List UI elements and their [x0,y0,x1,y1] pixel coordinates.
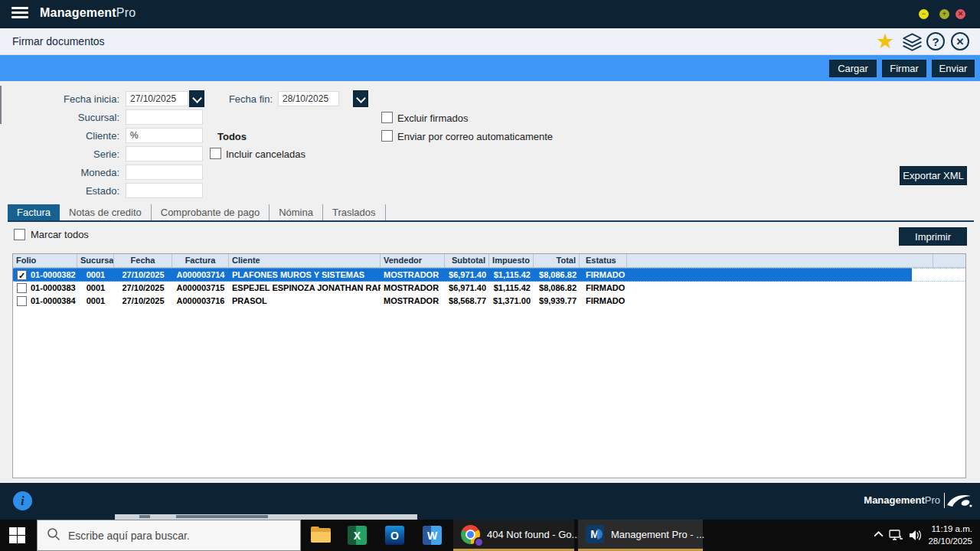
maximize-button[interactable]: + [939,9,949,19]
file-explorer-icon[interactable] [311,527,331,543]
col-estatus[interactable]: Estatus [580,254,627,267]
col-vendedor[interactable]: Vendedor [381,254,445,267]
fecha-inicia-dropdown-button[interactable] [189,90,204,107]
col-subtotal[interactable]: Subtotal [445,254,489,267]
col-impuesto[interactable]: Impuesto [489,254,534,267]
close-page-icon[interactable]: ✕ [951,32,969,51]
table-row[interactable]: 01-0000384000127/10/2025A000003716PRASOL… [13,295,965,308]
cell-filler [933,295,965,308]
cell-fecha: 27/10/2025 [114,282,172,295]
estado-input[interactable] [126,183,203,198]
col-filler [627,254,933,267]
layers-icon[interactable] [902,31,923,55]
start-button-icon[interactable] [9,527,26,543]
incluir-canceladas-checkbox[interactable] [210,148,221,159]
cell-fecha: 27/10/2025 [114,295,172,308]
exportar-xml-button[interactable]: Exportar XML [900,166,967,185]
word-icon[interactable]: W [423,526,442,545]
serie-input[interactable] [126,146,203,161]
cell-filler [933,282,965,295]
taskbar-search[interactable] [37,520,301,551]
cell-total: $8,086.82 [534,282,580,295]
tray-network-icon[interactable] [889,529,903,545]
col-folio[interactable]: Folio [13,254,77,267]
table-row[interactable]: 01-0000383000127/10/2025A000003715ESPEJE… [13,282,965,295]
tab-comprobante-de-pago[interactable]: Comprobante de pago [152,204,270,220]
cell-vendedor: MOSTRADOR [381,295,445,308]
minimize-button[interactable]: − [919,9,929,19]
sucursal-input[interactable] [126,109,203,125]
taskbar-clock[interactable]: 11:19 a.m. 28/10/2025 [928,523,972,547]
menu-hamburger-icon[interactable] [11,7,28,21]
search-input[interactable] [68,530,275,542]
fecha-fin-input[interactable] [278,91,339,106]
col-total[interactable]: Total [534,254,580,267]
cell-total: $9,939.77 [534,295,580,308]
col-factura[interactable]: Factura [172,254,229,267]
sucursal-label: Sucursal: [46,112,119,123]
tray-volume-icon[interactable] [908,529,923,545]
cell-cliente: PRASOL [229,295,381,308]
row-checkbox[interactable] [17,283,27,293]
info-icon[interactable]: i [13,491,32,510]
cell-filler [627,269,933,281]
help-icon[interactable]: ? [926,32,945,51]
table-row[interactable]: ✓01-0000382000127/10/2025A000003714PLAFO… [13,268,965,282]
col-fecha[interactable]: Fecha [114,254,172,267]
enviar-button[interactable]: Enviar [932,60,975,77]
cell-sucursal: 0001 [77,295,114,308]
cell-subtotal: $8,568.77 [445,295,489,308]
task-label: Management Pro - ... [611,529,704,540]
cargar-button[interactable]: Cargar [829,60,877,77]
marcar-todos-checkbox[interactable] [14,229,25,240]
search-icon [47,527,60,544]
background-window-sliver [115,514,417,520]
cell-factura: A000003715 [172,282,229,295]
cell-factura: A000003716 [172,295,229,308]
taskbar-task-chrome[interactable]: 404 Not found - Go... [453,520,574,551]
cell-cliente: ESPEJEL ESPINOZA JONATHAN RAFAEL [229,282,381,295]
row-checkbox[interactable]: ✓ [17,270,27,280]
chrome-icon [461,525,480,544]
cell-impuesto: $1,115.42 [489,269,534,281]
excel-icon[interactable]: X [348,526,367,545]
cell-filler [627,295,933,308]
page-title: Firmar documentos [12,35,105,47]
tab-notas-de-credito[interactable]: Notas de credito [60,204,152,220]
cell-impuesto: $1,115.42 [489,282,534,295]
footer-divider [944,493,945,508]
tab-traslados[interactable]: Traslados [323,204,386,220]
enviar-correo-checkbox[interactable] [381,130,393,142]
cell-sucursal: 0001 [77,282,114,295]
taskbar-task-managementpro[interactable]: M Management Pro - ... [578,520,703,551]
favorite-star-icon[interactable]: ★ [876,29,894,54]
fecha-fin-dropdown-button[interactable] [353,90,368,107]
cell-folio: 01-0000383 [13,282,77,295]
firmar-button[interactable]: Firmar [882,60,926,77]
imprimir-button[interactable]: Imprimir [899,227,967,246]
fecha-inicia-input[interactable] [126,91,188,106]
cell-estatus: FIRMADO [580,269,627,281]
windows-taskbar: X O W 404 Not found - Go... M Management… [0,520,980,551]
tab-factura[interactable]: Factura [8,204,60,220]
moneda-label: Moneda: [46,167,119,178]
clock-date: 28/10/2025 [928,535,972,547]
cell-fecha: 27/10/2025 [114,269,172,281]
col-cliente[interactable]: Cliente [229,254,381,267]
cell-sucursal: 0001 [77,269,114,281]
cell-subtotal: $6,971.40 [445,269,489,281]
tab-nomina[interactable]: Nómina [270,204,323,220]
cell-impuesto: $1,371.00 [489,295,534,308]
row-checkbox[interactable] [17,296,27,306]
close-window-button[interactable]: ✕ [956,9,965,19]
cliente-input[interactable] [126,128,203,143]
moneda-input[interactable] [126,165,203,180]
outlook-icon[interactable]: O [385,526,404,545]
fecha-inicia-label: Fecha inicia: [46,93,119,105]
todos-label: Todos [217,131,263,142]
tray-chevron-up-icon[interactable] [873,529,884,543]
excluir-firmados-checkbox[interactable] [381,112,393,123]
col-sucursal[interactable]: Sucursal [77,254,114,267]
cell-cliente: PLAFONES MUROS Y SISTEMAS [229,269,381,281]
managementpro-app-icon: M [586,525,604,543]
